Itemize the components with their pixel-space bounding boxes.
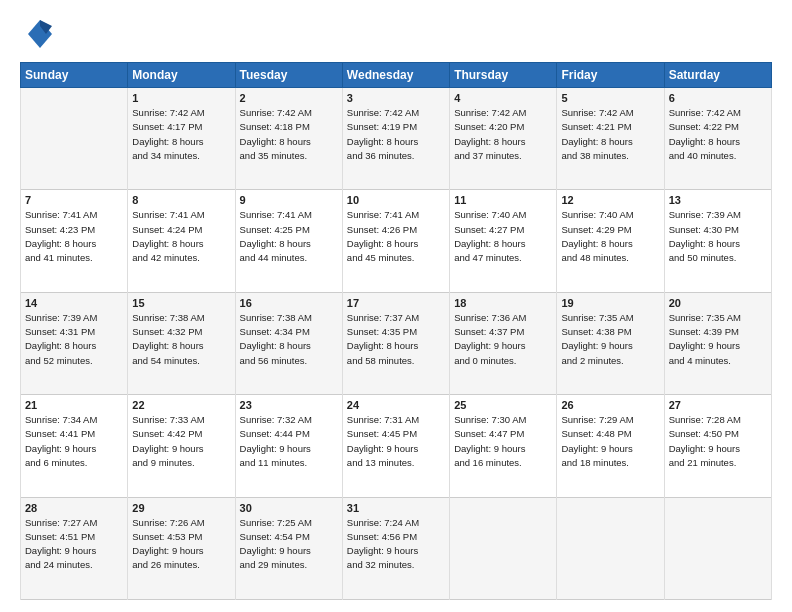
daylight-continued: and 42 minutes. [132,251,230,265]
sunset: Sunset: 4:20 PM [454,120,552,134]
sunset: Sunset: 4:23 PM [25,223,123,237]
daylight: Daylight: 9 hours [669,339,767,353]
day-info: Sunrise: 7:39 AMSunset: 4:31 PMDaylight:… [25,311,123,368]
sunrise: Sunrise: 7:24 AM [347,516,445,530]
daylight: Daylight: 8 hours [240,339,338,353]
day-number: 19 [561,297,659,309]
sunset: Sunset: 4:39 PM [669,325,767,339]
daylight: Daylight: 9 hours [669,442,767,456]
day-info: Sunrise: 7:35 AMSunset: 4:38 PMDaylight:… [561,311,659,368]
day-cell: 4Sunrise: 7:42 AMSunset: 4:20 PMDaylight… [450,88,557,190]
day-number: 11 [454,194,552,206]
daylight: Daylight: 9 hours [561,339,659,353]
sunrise: Sunrise: 7:26 AM [132,516,230,530]
sunrise: Sunrise: 7:36 AM [454,311,552,325]
header-saturday: Saturday [664,63,771,88]
sunrise: Sunrise: 7:40 AM [561,208,659,222]
sunrise: Sunrise: 7:42 AM [454,106,552,120]
day-cell: 2Sunrise: 7:42 AMSunset: 4:18 PMDaylight… [235,88,342,190]
day-cell: 17Sunrise: 7:37 AMSunset: 4:35 PMDayligh… [342,292,449,394]
daylight-continued: and 35 minutes. [240,149,338,163]
sunset: Sunset: 4:21 PM [561,120,659,134]
day-info: Sunrise: 7:42 AMSunset: 4:18 PMDaylight:… [240,106,338,163]
sunrise: Sunrise: 7:27 AM [25,516,123,530]
daylight-continued: and 29 minutes. [240,558,338,572]
sunset: Sunset: 4:45 PM [347,427,445,441]
sunrise: Sunrise: 7:34 AM [25,413,123,427]
day-cell: 23Sunrise: 7:32 AMSunset: 4:44 PMDayligh… [235,395,342,497]
daylight-continued: and 2 minutes. [561,354,659,368]
daylight-continued: and 37 minutes. [454,149,552,163]
day-cell [450,497,557,599]
day-number: 14 [25,297,123,309]
sunset: Sunset: 4:31 PM [25,325,123,339]
sunset: Sunset: 4:26 PM [347,223,445,237]
week-row-5: 28Sunrise: 7:27 AMSunset: 4:51 PMDayligh… [21,497,772,599]
day-cell: 28Sunrise: 7:27 AMSunset: 4:51 PMDayligh… [21,497,128,599]
sunset: Sunset: 4:42 PM [132,427,230,441]
day-number: 1 [132,92,230,104]
daylight: Daylight: 8 hours [25,237,123,251]
day-info: Sunrise: 7:30 AMSunset: 4:47 PMDaylight:… [454,413,552,470]
day-cell: 9Sunrise: 7:41 AMSunset: 4:25 PMDaylight… [235,190,342,292]
sunset: Sunset: 4:27 PM [454,223,552,237]
day-cell: 22Sunrise: 7:33 AMSunset: 4:42 PMDayligh… [128,395,235,497]
day-cell: 3Sunrise: 7:42 AMSunset: 4:19 PMDaylight… [342,88,449,190]
sunrise: Sunrise: 7:38 AM [132,311,230,325]
header-sunday: Sunday [21,63,128,88]
day-info: Sunrise: 7:33 AMSunset: 4:42 PMDaylight:… [132,413,230,470]
day-info: Sunrise: 7:34 AMSunset: 4:41 PMDaylight:… [25,413,123,470]
day-info: Sunrise: 7:42 AMSunset: 4:21 PMDaylight:… [561,106,659,163]
day-number: 30 [240,502,338,514]
day-info: Sunrise: 7:26 AMSunset: 4:53 PMDaylight:… [132,516,230,573]
day-cell: 27Sunrise: 7:28 AMSunset: 4:50 PMDayligh… [664,395,771,497]
daylight: Daylight: 8 hours [240,135,338,149]
sunset: Sunset: 4:17 PM [132,120,230,134]
sunrise: Sunrise: 7:41 AM [25,208,123,222]
sunset: Sunset: 4:24 PM [132,223,230,237]
day-cell: 6Sunrise: 7:42 AMSunset: 4:22 PMDaylight… [664,88,771,190]
daylight-continued: and 0 minutes. [454,354,552,368]
sunrise: Sunrise: 7:37 AM [347,311,445,325]
daylight-continued: and 18 minutes. [561,456,659,470]
day-cell: 24Sunrise: 7:31 AMSunset: 4:45 PMDayligh… [342,395,449,497]
header-monday: Monday [128,63,235,88]
sunrise: Sunrise: 7:42 AM [240,106,338,120]
day-number: 2 [240,92,338,104]
day-info: Sunrise: 7:41 AMSunset: 4:24 PMDaylight:… [132,208,230,265]
day-cell: 13Sunrise: 7:39 AMSunset: 4:30 PMDayligh… [664,190,771,292]
logo-icon [20,16,56,52]
daylight-continued: and 45 minutes. [347,251,445,265]
daylight: Daylight: 9 hours [240,544,338,558]
day-cell: 31Sunrise: 7:24 AMSunset: 4:56 PMDayligh… [342,497,449,599]
sunrise: Sunrise: 7:42 AM [561,106,659,120]
sunrise: Sunrise: 7:32 AM [240,413,338,427]
daylight-continued: and 13 minutes. [347,456,445,470]
day-number: 22 [132,399,230,411]
week-row-3: 14Sunrise: 7:39 AMSunset: 4:31 PMDayligh… [21,292,772,394]
day-number: 9 [240,194,338,206]
day-cell: 10Sunrise: 7:41 AMSunset: 4:26 PMDayligh… [342,190,449,292]
daylight-continued: and 52 minutes. [25,354,123,368]
day-info: Sunrise: 7:36 AMSunset: 4:37 PMDaylight:… [454,311,552,368]
daylight: Daylight: 8 hours [347,237,445,251]
sunrise: Sunrise: 7:25 AM [240,516,338,530]
week-row-2: 7Sunrise: 7:41 AMSunset: 4:23 PMDaylight… [21,190,772,292]
day-cell: 1Sunrise: 7:42 AMSunset: 4:17 PMDaylight… [128,88,235,190]
day-number: 6 [669,92,767,104]
day-info: Sunrise: 7:41 AMSunset: 4:26 PMDaylight:… [347,208,445,265]
daylight: Daylight: 8 hours [669,135,767,149]
sunrise: Sunrise: 7:42 AM [347,106,445,120]
sunrise: Sunrise: 7:35 AM [561,311,659,325]
day-number: 21 [25,399,123,411]
day-number: 31 [347,502,445,514]
daylight-continued: and 26 minutes. [132,558,230,572]
header-thursday: Thursday [450,63,557,88]
daylight-continued: and 9 minutes. [132,456,230,470]
sunset: Sunset: 4:38 PM [561,325,659,339]
sunrise: Sunrise: 7:39 AM [25,311,123,325]
day-cell: 7Sunrise: 7:41 AMSunset: 4:23 PMDaylight… [21,190,128,292]
day-cell: 29Sunrise: 7:26 AMSunset: 4:53 PMDayligh… [128,497,235,599]
daylight: Daylight: 8 hours [669,237,767,251]
daylight: Daylight: 8 hours [132,237,230,251]
